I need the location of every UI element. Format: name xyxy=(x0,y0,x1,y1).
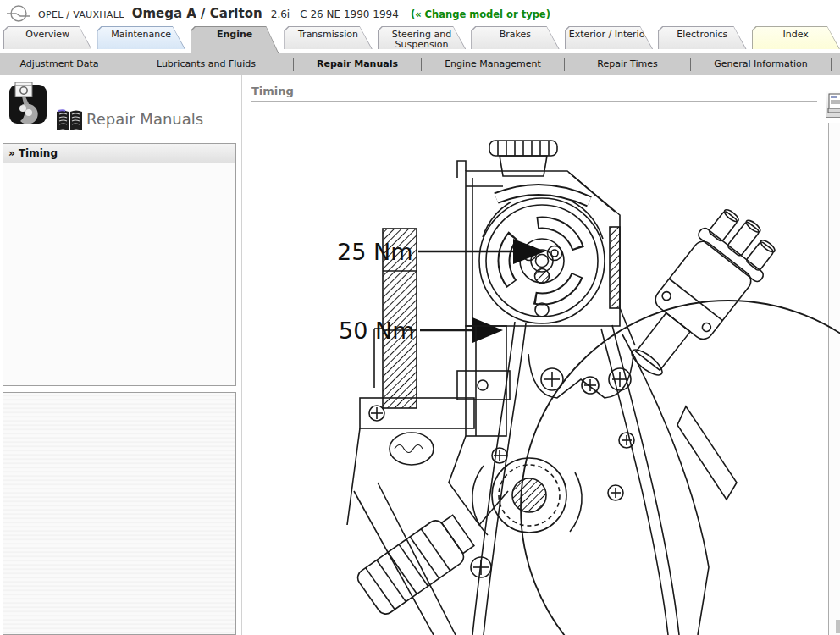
tab-electronics[interactable]: Electronics xyxy=(658,26,746,49)
timing-belt xyxy=(472,322,679,635)
subnav-general-information[interactable]: General Information xyxy=(691,58,831,69)
subnav-adjustment-data[interactable]: Adjustment Data xyxy=(0,58,119,69)
tab-overview[interactable]: Overview xyxy=(3,26,91,49)
sidebar-header: Repair Manuals xyxy=(8,82,234,131)
subnav-divider xyxy=(831,58,832,71)
tab-index[interactable]: Index xyxy=(752,26,840,49)
subnav-engine-management[interactable]: Engine Management xyxy=(422,58,564,69)
printer-icon xyxy=(826,91,840,115)
sidebar-empty-panel xyxy=(3,392,236,635)
subnav-lubricants-fluids[interactable]: Lubricants and Fluids xyxy=(119,58,293,69)
right-block-edge xyxy=(582,308,737,635)
engine-code-label: C 26 NE 1990 1994 xyxy=(300,8,399,20)
sidebar-item-timing[interactable]: » Timing xyxy=(3,144,235,163)
sidebar-section-title: Repair Manuals xyxy=(86,110,203,128)
left-brackets xyxy=(347,398,474,635)
page-title: Timing xyxy=(251,85,294,97)
engine-subnav-bar: Adjustment Data Lubricants and Fluids Re… xyxy=(0,53,840,75)
title-divider xyxy=(251,101,817,102)
model-label: Omega A / Carlton xyxy=(132,6,262,21)
tab-maintenance[interactable]: Maintenance xyxy=(97,26,185,49)
tensioner-torque-label: 50 Nm xyxy=(339,318,414,344)
top-header-bar: OPEL / VAUXHALL Omega A / Carlton 2.6i C… xyxy=(0,0,840,26)
content-area: Timing xyxy=(243,75,840,635)
change-model-link[interactable]: (« Change model or type) xyxy=(411,8,550,20)
tab-brakes[interactable]: Brakes xyxy=(471,26,559,49)
print-button[interactable] xyxy=(826,91,840,118)
tab-transmission[interactable]: Transmission xyxy=(284,26,372,49)
engine-piston-icon xyxy=(8,82,49,126)
center-channel xyxy=(449,326,510,577)
breadcrumb: OPEL / VAUXHALL Omega A / Carlton 2.6i C… xyxy=(38,5,550,21)
main-tab-bar: Overview Maintenance Engine Transmission… xyxy=(0,26,840,53)
annotation-arrows xyxy=(418,239,545,343)
engine-variant-label: 2.6i xyxy=(271,8,290,20)
belt-tensioner xyxy=(472,458,582,535)
opel-logo-icon xyxy=(6,3,31,24)
clutch-housing-arc xyxy=(521,301,840,635)
engine-timing-diagram: 25 Nm 50 Nm xyxy=(330,127,840,635)
repair-manual-book-icon xyxy=(55,108,84,132)
timing-topic-panel: » Timing xyxy=(3,143,236,386)
camshaft-pulley xyxy=(479,198,605,323)
camshaft-torque-label: 25 Nm xyxy=(337,239,412,265)
tab-exterior-interior[interactable]: Exterior / Interior xyxy=(565,26,653,49)
subnav-repair-times[interactable]: Repair Times xyxy=(565,58,690,69)
brand-label: OPEL / VAUXHALL xyxy=(38,9,124,20)
sidebar: Repair Manuals » Timing xyxy=(0,75,242,635)
tab-steering-suspension[interactable]: Steering and Suspension xyxy=(378,26,466,49)
tab-engine[interactable]: Engine xyxy=(191,26,279,53)
subnav-repair-manuals[interactable]: Repair Manuals xyxy=(294,58,421,69)
